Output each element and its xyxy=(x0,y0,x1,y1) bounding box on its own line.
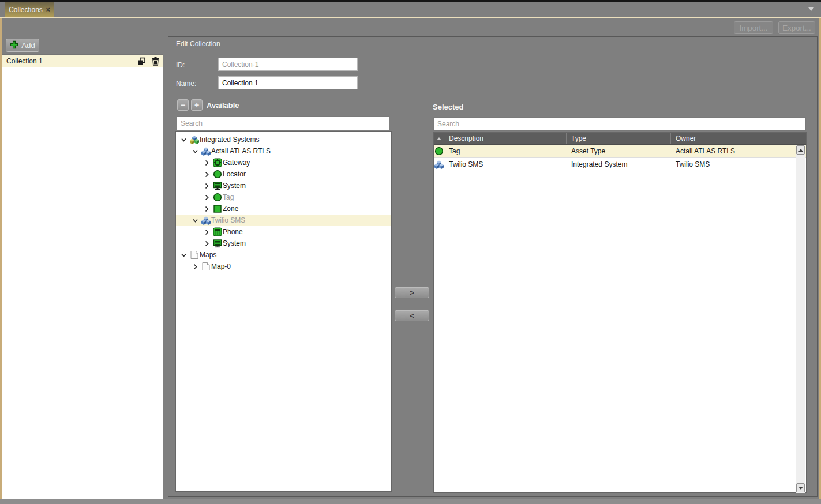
collapse-all-button[interactable]: − xyxy=(177,99,189,111)
expand-all-button[interactable]: + xyxy=(191,99,203,111)
chevron-right-icon xyxy=(203,159,211,167)
chevron-down-icon xyxy=(180,136,188,144)
scroll-up-button[interactable] xyxy=(796,145,805,155)
tree-expander[interactable] xyxy=(203,205,211,213)
cell-type: Asset Type xyxy=(567,147,671,155)
monitor-icon xyxy=(213,181,222,190)
selected-section-title: Selected xyxy=(433,103,463,111)
tree-expander[interactable] xyxy=(203,182,211,190)
tree-item-system[interactable]: System xyxy=(176,180,391,191)
tree-expander[interactable] xyxy=(192,263,199,270)
id-field[interactable] xyxy=(218,58,358,71)
cubes-multi-icon xyxy=(190,135,199,144)
edit-collection-title: Edit Collection xyxy=(176,40,220,48)
tree-item-actall-atlas-rtls[interactable]: Actall ATLAS RTLS xyxy=(176,145,391,157)
tree-item-icon-wrap xyxy=(213,193,222,202)
tree-item-label: Map-0 xyxy=(211,262,231,270)
tree-expander[interactable] xyxy=(180,136,188,144)
tree-expander[interactable] xyxy=(203,194,211,201)
available-section-title: Available xyxy=(207,101,239,110)
collections-list: Collection 1 xyxy=(2,54,163,499)
tree-item-gateway[interactable]: Gateway xyxy=(176,157,391,168)
name-field[interactable] xyxy=(218,76,358,89)
chevron-down-icon xyxy=(192,217,199,224)
cubes-blue-icon xyxy=(201,216,211,225)
tree-item-label: Maps xyxy=(200,251,216,259)
export-button[interactable]: Export... xyxy=(778,21,815,34)
tree-item-maps[interactable]: Maps xyxy=(176,249,391,261)
tab-collections[interactable]: Collections × xyxy=(5,2,54,17)
chevron-right-icon xyxy=(192,263,199,270)
selected-table-row[interactable]: TagAsset TypeActall ATLAS RTLS xyxy=(434,145,806,158)
collection-row-actions xyxy=(137,57,163,66)
tree-item-icon-wrap xyxy=(213,239,222,248)
column-header-owner[interactable]: Owner xyxy=(671,133,806,144)
selected-table-body: TagAsset TypeActall ATLAS RTLSTwilio SMS… xyxy=(434,145,806,171)
tree-item-icon-wrap xyxy=(213,158,222,167)
tree-item-label: Tag xyxy=(223,193,234,201)
tree-expander[interactable] xyxy=(203,159,211,167)
selected-table-row[interactable]: Twilio SMSIntegrated SystemTwilio SMS xyxy=(434,158,806,171)
tree-item-system[interactable]: System xyxy=(176,238,391,249)
tree-item-label: Integrated Systems xyxy=(200,136,259,144)
row-icon-cell xyxy=(434,160,444,169)
tree-item-icon-wrap xyxy=(201,262,211,271)
collection-list-item[interactable]: Collection 1 xyxy=(2,55,163,67)
add-collection-button[interactable]: Add xyxy=(6,39,39,52)
circle-icon xyxy=(213,193,222,202)
selected-table: DescriptionTypeOwner TagAsset TypeActall… xyxy=(433,132,807,493)
tab-overflow-chevron-icon[interactable] xyxy=(808,7,814,11)
vertical-scrollbar[interactable] xyxy=(796,145,805,493)
tree-expander[interactable] xyxy=(192,217,199,224)
tree-item-label: System xyxy=(223,239,246,247)
trash-icon[interactable] xyxy=(151,57,160,66)
tree-expander[interactable] xyxy=(203,228,211,236)
column-header-description[interactable]: Description xyxy=(444,133,567,144)
tab-underline xyxy=(0,17,821,18)
cell-description: Twilio SMS xyxy=(444,160,567,168)
chevron-right-icon xyxy=(203,194,211,201)
scroll-down-button[interactable] xyxy=(796,483,805,492)
import-button[interactable]: Import... xyxy=(734,21,773,34)
tree-expander[interactable] xyxy=(180,251,188,259)
copy-icon[interactable] xyxy=(137,57,146,66)
id-field-label: ID: xyxy=(176,61,185,69)
tree-item-locator[interactable]: Locator xyxy=(176,168,391,180)
cubes-blue-icon xyxy=(434,160,444,169)
tree-item-integrated-systems[interactable]: Integrated Systems xyxy=(176,134,391,145)
tree-expander[interactable] xyxy=(192,148,199,155)
tree-expander[interactable] xyxy=(203,171,211,178)
tree-item-twilio-sms[interactable]: Twilio SMS xyxy=(176,215,391,226)
move-to-selected-button[interactable]: > xyxy=(395,287,429,298)
scroll-down-icon xyxy=(798,487,803,490)
tree-item-phone[interactable]: Phone xyxy=(176,226,391,238)
remove-from-selected-button[interactable]: < xyxy=(395,310,429,321)
chevron-down-icon xyxy=(180,251,188,259)
sort-indicator-column[interactable] xyxy=(434,133,444,144)
chevron-down-icon xyxy=(192,148,199,155)
tree-item-tag[interactable]: Tag xyxy=(176,191,391,203)
tree-expander[interactable] xyxy=(203,240,211,247)
selected-search-input[interactable] xyxy=(433,117,806,131)
selected-table-header: DescriptionTypeOwner xyxy=(434,133,806,145)
tree-item-label: Gateway xyxy=(223,159,250,167)
tab-close-icon[interactable]: × xyxy=(46,6,50,13)
tree-item-icon-wrap xyxy=(213,204,222,213)
tree-item-zone[interactable]: Zone xyxy=(176,203,391,215)
tree-item-icon-wrap xyxy=(213,227,222,236)
tree-item-label: Locator xyxy=(223,170,246,178)
chevron-right-icon xyxy=(203,228,211,236)
circle-icon xyxy=(213,170,222,179)
row-icon-cell xyxy=(434,146,444,156)
phone-icon xyxy=(213,227,222,236)
tree-item-label: Twilio SMS xyxy=(211,216,245,224)
sort-ascending-icon xyxy=(437,137,441,140)
available-search-input[interactable] xyxy=(177,116,389,130)
square-icon xyxy=(213,204,222,213)
tree-item-map-0[interactable]: Map-0 xyxy=(176,261,391,272)
column-header-type[interactable]: Type xyxy=(567,133,671,144)
available-tree: Integrated SystemsActall ATLAS RTLSGatew… xyxy=(175,131,392,492)
monitor-icon xyxy=(213,239,222,248)
plus-icon xyxy=(10,40,18,51)
tree-item-label: Actall ATLAS RTLS xyxy=(211,147,271,155)
